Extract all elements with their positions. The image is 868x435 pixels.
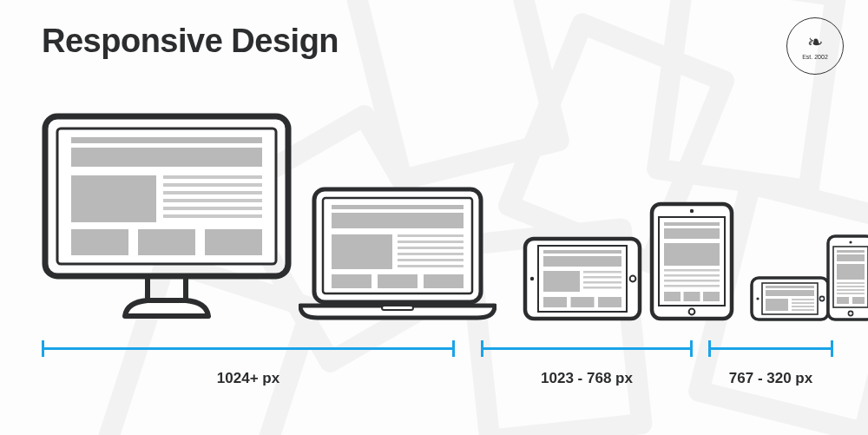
- svg-rect-40: [543, 297, 567, 307]
- svg-rect-26: [378, 274, 418, 288]
- desktop-icon: [42, 113, 292, 321]
- svg-rect-36: [583, 271, 621, 274]
- svg-rect-49: [664, 243, 720, 266]
- svg-rect-72: [837, 250, 865, 253]
- svg-rect-77: [837, 289, 865, 291]
- svg-rect-27: [424, 274, 464, 288]
- svg-rect-5: [163, 175, 262, 179]
- svg-point-69: [849, 241, 852, 243]
- svg-rect-63: [766, 299, 788, 311]
- svg-rect-19: [398, 234, 464, 237]
- svg-rect-17: [332, 213, 464, 228]
- svg-rect-65: [792, 302, 814, 304]
- brand-logo: ❧ Est. 2002: [786, 17, 844, 75]
- diagram-title: Responsive Design: [42, 23, 339, 60]
- svg-rect-66: [792, 306, 814, 307]
- breakpoint-label: 1024+ px: [42, 370, 455, 387]
- svg-rect-7: [163, 191, 262, 194]
- svg-rect-51: [664, 274, 720, 277]
- svg-rect-9: [163, 207, 262, 210]
- svg-rect-24: [398, 265, 464, 267]
- svg-rect-50: [664, 269, 720, 272]
- svg-rect-48: [664, 228, 720, 239]
- svg-rect-62: [766, 290, 814, 296]
- breakpoint-label: 1023 - 768 px: [481, 370, 693, 387]
- svg-rect-73: [837, 254, 865, 261]
- svg-rect-16: [332, 205, 464, 209]
- svg-rect-38: [583, 281, 621, 284]
- svg-rect-11: [71, 229, 128, 255]
- svg-point-58: [756, 297, 759, 300]
- svg-rect-12: [138, 229, 195, 255]
- svg-rect-39: [583, 287, 621, 289]
- svg-rect-64: [792, 299, 814, 300]
- svg-rect-41: [571, 297, 595, 307]
- svg-rect-3: [71, 148, 262, 167]
- svg-rect-21: [398, 247, 464, 249]
- svg-rect-6: [163, 183, 262, 187]
- breakpoint-label: 767 - 320 px: [708, 370, 833, 387]
- svg-rect-67: [792, 309, 814, 311]
- svg-rect-56: [703, 292, 720, 301]
- tablet-portrait-icon: [649, 201, 734, 321]
- svg-point-44: [690, 209, 694, 213]
- svg-rect-4: [71, 175, 156, 222]
- device-stage: [42, 104, 833, 321]
- svg-rect-76: [837, 286, 865, 287]
- svg-rect-52: [664, 280, 720, 282]
- svg-rect-18: [332, 234, 392, 269]
- phone-landscape-icon: [750, 276, 830, 321]
- svg-rect-2: [71, 137, 262, 143]
- svg-rect-42: [598, 297, 621, 307]
- svg-rect-79: [837, 297, 849, 304]
- svg-rect-53: [664, 285, 720, 287]
- svg-rect-61: [766, 286, 814, 288]
- tree-icon: ❧: [807, 33, 823, 52]
- svg-rect-34: [543, 256, 621, 267]
- svg-rect-75: [837, 282, 865, 284]
- svg-rect-23: [398, 259, 464, 261]
- svg-rect-37: [583, 276, 621, 279]
- svg-rect-13: [205, 229, 262, 255]
- svg-rect-78: [837, 293, 865, 294]
- tablet-landscape-icon: [523, 236, 642, 321]
- svg-rect-55: [684, 292, 700, 301]
- svg-rect-35: [543, 271, 580, 292]
- svg-rect-22: [398, 253, 464, 255]
- svg-rect-10: [163, 214, 262, 218]
- svg-rect-74: [837, 264, 865, 280]
- svg-point-30: [530, 277, 534, 280]
- svg-rect-54: [664, 292, 681, 301]
- svg-rect-25: [332, 274, 372, 288]
- svg-rect-28: [382, 306, 413, 310]
- svg-rect-80: [852, 297, 865, 304]
- logo-bottom-text: Est. 2002: [802, 54, 828, 60]
- svg-rect-20: [398, 241, 464, 243]
- svg-rect-47: [664, 222, 720, 226]
- svg-rect-33: [543, 250, 621, 254]
- phone-portrait-icon: [826, 234, 868, 321]
- laptop-icon: [299, 186, 496, 321]
- svg-rect-8: [163, 199, 262, 202]
